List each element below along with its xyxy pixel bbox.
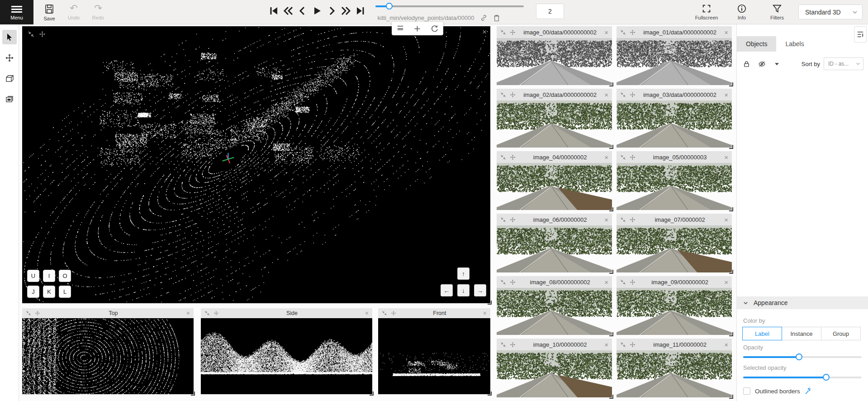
thumbnail-image[interactable] — [617, 288, 732, 335]
collapse-icon[interactable] — [620, 92, 626, 98]
add-icon[interactable] — [414, 25, 421, 32]
drag-move-icon[interactable] — [510, 92, 516, 98]
opacity-slider[interactable] — [743, 353, 862, 361]
drag-move-icon[interactable] — [630, 29, 636, 35]
panel-toggle-button[interactable] — [854, 26, 867, 43]
eyedropper-icon[interactable] — [805, 388, 811, 395]
ortho-view-canvas[interactable] — [201, 318, 372, 394]
ortho-view-resize-handle[interactable] — [370, 391, 374, 396]
thumbnail-resize-handle[interactable] — [729, 207, 733, 211]
info-button[interactable]: Info — [728, 2, 756, 20]
frame-number-input[interactable] — [536, 4, 564, 19]
menu-button[interactable]: Menu — [0, 0, 33, 24]
collapse-icon[interactable] — [500, 29, 506, 35]
selected-opacity-slider-handle[interactable] — [823, 374, 830, 381]
trash-icon[interactable] — [493, 14, 500, 21]
thumbnail-resize-handle[interactable] — [729, 270, 733, 274]
link-icon[interactable] — [480, 14, 487, 21]
align-top-icon[interactable] — [397, 25, 404, 32]
pan-down-button[interactable]: ↓ — [457, 284, 470, 296]
thumbnail-image[interactable] — [617, 225, 732, 272]
outlined-borders-checkbox[interactable] — [743, 387, 750, 395]
undo-button[interactable]: ↶ Undo — [62, 3, 85, 20]
appearance-header[interactable]: Appearance — [737, 296, 868, 309]
rewind-button[interactable] — [282, 4, 294, 18]
collapse-icon[interactable] — [500, 279, 506, 285]
thumbnail-close-button[interactable]: × — [724, 216, 728, 224]
collapse-icon[interactable] — [620, 217, 626, 223]
filters-button[interactable]: Filters — [763, 2, 791, 20]
drag-move-icon[interactable] — [630, 154, 636, 160]
tab-objects[interactable]: Objects — [737, 36, 776, 52]
key-hint-l[interactable]: L — [59, 286, 71, 298]
thumbnail-close-button[interactable]: × — [604, 216, 608, 224]
selected-opacity-slider[interactable] — [743, 374, 862, 381]
thumbnail-close-button[interactable]: × — [604, 278, 608, 286]
key-hint-o[interactable]: O — [59, 270, 71, 282]
collapse-icon[interactable] — [26, 310, 31, 316]
collapse-icon[interactable] — [620, 279, 626, 285]
hide-all-icon[interactable] — [758, 61, 766, 67]
ortho-view-close-button[interactable]: × — [365, 310, 369, 317]
thumbnail-image[interactable] — [617, 100, 732, 148]
thumbnail-image[interactable] — [617, 350, 732, 397]
collapse-icon[interactable] — [382, 310, 387, 316]
key-hint-u[interactable]: U — [27, 270, 39, 282]
drag-move-icon[interactable] — [510, 217, 516, 223]
color-by-label[interactable]: Label — [742, 327, 782, 340]
thumbnail-image[interactable] — [617, 163, 732, 210]
main-view-close-button[interactable]: × — [482, 28, 487, 36]
pan-up-button[interactable]: ↑ — [457, 267, 470, 280]
main-view-resize-handle[interactable] — [488, 301, 492, 305]
thumbnail-resize-handle[interactable] — [609, 332, 613, 336]
drag-move-icon[interactable] — [630, 217, 636, 223]
view-mode-select[interactable]: Standard 3D — [798, 5, 863, 19]
drag-move-icon[interactable] — [630, 92, 636, 98]
frame-slider[interactable] — [375, 5, 524, 7]
thumbnail-close-button[interactable]: × — [724, 29, 728, 36]
pan-right-button[interactable]: → — [474, 284, 486, 296]
first-frame-button[interactable] — [268, 4, 280, 18]
filter-dropdown-icon[interactable] — [774, 61, 780, 67]
drag-move-icon[interactable] — [510, 154, 516, 160]
collapse-icon[interactable] — [204, 310, 210, 316]
frame-slider-track[interactable] — [375, 5, 524, 7]
thumbnail-resize-handle[interactable] — [609, 82, 613, 86]
sort-select[interactable]: ID - as... — [824, 57, 863, 70]
reset-view-icon[interactable] — [431, 25, 438, 32]
collapse-icon[interactable] — [500, 92, 506, 98]
thumbnail-close-button[interactable]: × — [724, 278, 728, 286]
drag-move-icon[interactable] — [391, 310, 396, 316]
color-by-group[interactable]: Group — [821, 327, 861, 340]
thumbnail-resize-handle[interactable] — [729, 395, 733, 399]
thumbnail-close-button[interactable]: × — [724, 153, 728, 161]
collapse-icon[interactable] — [620, 154, 626, 160]
ortho-view-resize-handle[interactable] — [191, 391, 195, 396]
collapse-icon[interactable] — [500, 154, 506, 160]
thumbnail-close-button[interactable]: × — [604, 29, 608, 36]
key-hint-j[interactable]: J — [27, 286, 39, 298]
select-tool[interactable] — [2, 30, 17, 44]
collapse-icon[interactable] — [500, 342, 506, 348]
thumbnail-resize-handle[interactable] — [729, 332, 733, 336]
prev-frame-button[interactable] — [297, 4, 308, 18]
next-frame-button[interactable] — [326, 4, 337, 18]
drag-move-icon[interactable] — [35, 310, 40, 316]
color-by-instance[interactable]: Instance — [782, 327, 821, 340]
thumbnail-image[interactable] — [497, 288, 612, 335]
drag-move-icon[interactable] — [39, 31, 46, 38]
drag-move-icon[interactable] — [510, 342, 516, 348]
frame-slider-handle[interactable] — [386, 3, 393, 10]
ortho-view-close-button[interactable]: × — [483, 310, 487, 317]
ortho-view-canvas[interactable] — [378, 318, 490, 394]
thumbnail-image[interactable] — [497, 350, 612, 397]
drag-move-icon[interactable] — [510, 279, 516, 285]
thumbnail-close-button[interactable]: × — [604, 153, 608, 161]
thumbnail-close-button[interactable]: × — [604, 91, 608, 99]
collapse-icon[interactable] — [28, 31, 34, 38]
thumbnail-image[interactable] — [617, 38, 732, 85]
thumbnail-resize-handle[interactable] — [609, 395, 613, 399]
key-hint-k[interactable]: K — [43, 286, 55, 298]
image-view-tool[interactable] — [2, 92, 17, 107]
collapse-icon[interactable] — [620, 342, 626, 348]
